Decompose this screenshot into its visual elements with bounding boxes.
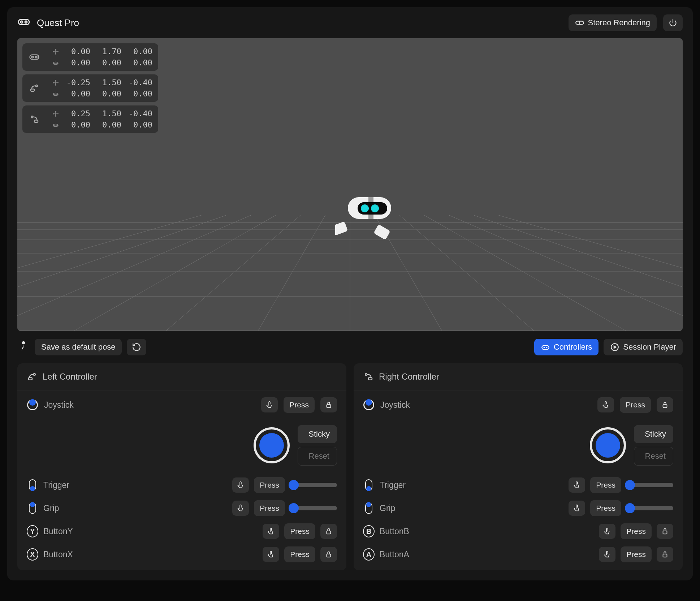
person-icon <box>17 340 30 354</box>
svg-point-1 <box>21 21 23 23</box>
right-grip-touch-button[interactable] <box>569 501 585 516</box>
grip-label: Grip <box>43 503 227 513</box>
right-btn1-touch-button[interactable] <box>599 524 615 539</box>
left-controller-header: Left Controller <box>17 363 346 390</box>
svg-line-24 <box>74 215 276 331</box>
joystick-mini-icon <box>27 399 38 411</box>
right-joystick-section: Joystick Press <box>354 390 683 419</box>
power-button[interactable] <box>663 14 683 31</box>
right-trigger-row: Trigger Press <box>354 474 683 497</box>
svg-point-5 <box>32 56 34 58</box>
grip-icon <box>363 502 375 514</box>
left-sticky-button[interactable]: Sticky <box>298 425 337 443</box>
right-joystick-pad[interactable] <box>590 427 626 463</box>
rotation-line: 0.000.000.00 <box>52 58 152 67</box>
save-pose-button[interactable]: Save as default pose <box>35 339 122 355</box>
left-btn1-press-button[interactable]: Press <box>284 523 315 539</box>
transform-overlay: 0.001.700.00 0.000.000.00 -0.251.50-0.40… <box>22 43 158 133</box>
headset-icon <box>17 16 30 30</box>
svg-rect-56 <box>663 531 667 534</box>
svg-line-30 <box>424 215 626 331</box>
left-reset-button[interactable]: Reset <box>298 447 337 466</box>
left-joystick-press-button[interactable]: Press <box>284 397 315 413</box>
left-joystick-lock-button[interactable] <box>320 397 337 412</box>
position-line: -0.251.50-0.40 <box>52 78 152 87</box>
svg-rect-40 <box>373 224 390 240</box>
left-trigger-touch-button[interactable] <box>232 477 249 493</box>
trigger-icon <box>363 479 375 491</box>
svg-line-23 <box>166 215 301 331</box>
button-B-icon: B <box>363 526 375 537</box>
left-btn1-lock-button[interactable] <box>320 524 337 539</box>
stat-row-1: -0.251.50-0.40 0.000.000.00 <box>22 74 158 102</box>
svg-line-27 <box>17 215 201 331</box>
controllers-tab[interactable]: Controllers <box>534 339 599 355</box>
3d-viewport[interactable]: 0.001.700.00 0.000.000.00 -0.251.50-0.40… <box>17 38 683 331</box>
svg-point-7 <box>53 62 58 64</box>
right-btn2-press-button[interactable]: Press <box>621 546 652 562</box>
stereo-rendering-button[interactable]: Stereo Rendering <box>569 14 657 31</box>
right-btn1-lock-button[interactable] <box>657 524 673 539</box>
right-btn1-row: B ButtonB Press <box>354 520 683 543</box>
svg-point-13 <box>53 124 58 126</box>
svg-line-26 <box>17 215 226 331</box>
svg-line-25 <box>17 215 251 331</box>
right-btn2-lock-button[interactable] <box>657 547 673 562</box>
btn2-label: ButtonA <box>380 550 594 559</box>
right-sticky-button[interactable]: Sticky <box>634 425 673 443</box>
svg-rect-47 <box>29 378 32 380</box>
svg-point-8 <box>36 85 38 87</box>
left-grip-row: Grip Press <box>17 497 346 520</box>
left-grip-press-button[interactable]: Press <box>254 500 285 516</box>
controller-title: Left Controller <box>43 372 97 382</box>
left-trigger-slider[interactable] <box>290 483 337 487</box>
grip-icon <box>27 502 38 514</box>
reset-pose-button[interactable] <box>127 339 146 355</box>
right-trigger-press-button[interactable]: Press <box>590 477 621 493</box>
right-trigger-slider[interactable] <box>626 483 673 487</box>
joystick-label: Joystick <box>380 400 592 410</box>
svg-point-43 <box>544 347 545 348</box>
left-ctrl-icon <box>22 74 46 102</box>
position-line: 0.001.700.00 <box>52 47 152 56</box>
joystick-knob <box>596 433 620 458</box>
joystick-label: Joystick <box>44 400 255 410</box>
left-joystick-touch-button[interactable] <box>261 397 278 412</box>
left-btn2-touch-button[interactable] <box>263 547 279 562</box>
right-trigger-touch-button[interactable] <box>569 477 585 493</box>
btn1-label: ButtonY <box>43 527 258 536</box>
svg-line-32 <box>474 215 683 331</box>
left-joystick-pad[interactable] <box>254 427 290 463</box>
right-controller-card: Right Controller Joystick Press Sticky R… <box>354 363 683 570</box>
left-btn2-lock-button[interactable] <box>320 547 337 562</box>
left-btn2-press-button[interactable]: Press <box>284 546 315 562</box>
button-X-icon: X <box>27 549 38 560</box>
position-line: 0.251.50-0.40 <box>52 109 152 118</box>
right-joystick-lock-button[interactable] <box>657 397 673 412</box>
svg-rect-9 <box>31 89 34 91</box>
right-grip-press-button[interactable]: Press <box>590 500 621 516</box>
session-player-tab[interactable]: Session Player <box>604 339 683 355</box>
svg-point-10 <box>53 93 58 95</box>
left-grip-slider[interactable] <box>290 506 337 510</box>
svg-point-6 <box>35 56 37 58</box>
left-btn1-touch-button[interactable] <box>263 524 279 539</box>
trigger-label: Trigger <box>380 480 563 490</box>
right-reset-button[interactable]: Reset <box>634 447 673 466</box>
left-grip-touch-button[interactable] <box>232 501 249 516</box>
svg-rect-39 <box>335 221 348 235</box>
svg-line-29 <box>399 215 534 331</box>
right-joystick-touch-button[interactable] <box>597 397 614 412</box>
right-grip-slider[interactable] <box>626 506 673 510</box>
controllers-section: Left Controller Joystick Press Sticky Re… <box>7 363 693 580</box>
svg-line-31 <box>449 215 683 331</box>
right-controller-header: Right Controller <box>354 363 683 390</box>
right-joystick-press-button[interactable]: Press <box>620 397 651 413</box>
left-trigger-press-button[interactable]: Press <box>254 477 285 493</box>
right-btn2-touch-button[interactable] <box>599 547 615 562</box>
svg-rect-42 <box>542 346 549 350</box>
device-title: Quest Pro <box>37 17 562 29</box>
right-joystick-pad-row: Sticky Reset <box>354 419 683 474</box>
right-btn1-press-button[interactable]: Press <box>621 523 652 539</box>
svg-point-44 <box>546 347 547 348</box>
